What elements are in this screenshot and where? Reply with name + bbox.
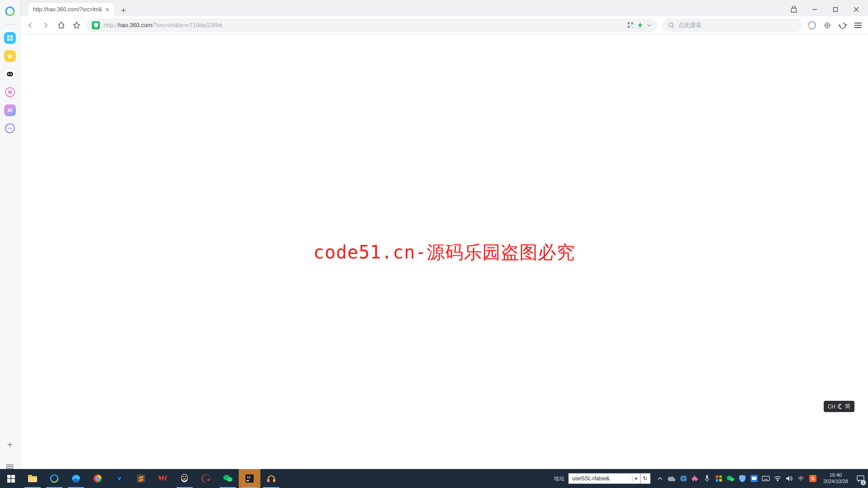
main-menu-button[interactable] — [853, 20, 863, 31]
svg-rect-3 — [10, 35, 13, 38]
tray-todesk-icon[interactable] — [748, 469, 760, 488]
browser-side-rail: N AI ＋ — [0, 0, 20, 480]
tray-sogou-icon[interactable]: S — [807, 469, 819, 488]
tray-volume-icon[interactable] — [783, 469, 795, 488]
taskbar-qq[interactable] — [174, 469, 195, 488]
taskbar-clock[interactable]: 16:40 2024/10/28 — [819, 472, 853, 485]
new-tab-button[interactable]: ＋ — [117, 4, 130, 16]
svg-point-77 — [730, 478, 734, 481]
taskbar-wps[interactable] — [152, 469, 174, 488]
chevron-down-icon[interactable]: ▾ — [632, 475, 640, 482]
taskbar-intellij[interactable]: IJ — [239, 469, 260, 488]
tray-mic-icon[interactable] — [701, 469, 713, 488]
notification-badge: 1 — [861, 480, 866, 485]
taskbar-file-explorer[interactable] — [22, 469, 43, 488]
url-host: hao.360.com — [118, 22, 152, 28]
taskbar-red-swirl[interactable] — [195, 469, 217, 488]
start-button[interactable] — [0, 469, 22, 488]
svg-rect-44 — [11, 479, 15, 483]
back-button[interactable] — [25, 20, 36, 31]
lightning-icon[interactable] — [637, 22, 643, 28]
undo-dropdown-button[interactable] — [837, 20, 848, 31]
taskbar-edge[interactable] — [65, 469, 87, 488]
rail-app-1-icon[interactable] — [4, 32, 16, 44]
minimize-button[interactable] — [807, 3, 823, 16]
svg-point-12 — [8, 128, 9, 129]
svg-rect-69 — [274, 479, 275, 482]
taskbar-360-browser[interactable] — [43, 469, 65, 488]
svg-rect-66 — [246, 480, 249, 481]
statusbar-combo[interactable]: useSSL=false& ▾ — [568, 473, 641, 484]
svg-text:N: N — [8, 90, 11, 95]
favorite-button[interactable] — [71, 20, 82, 31]
svg-rect-80 — [762, 476, 769, 481]
tab-close-icon[interactable]: ✕ — [105, 6, 110, 13]
tray-expand-icon[interactable] — [654, 469, 666, 488]
tray-ms-store-icon[interactable] — [713, 469, 725, 488]
svg-text:V: V — [118, 476, 121, 481]
tray-wifi-icon[interactable] — [772, 469, 783, 488]
ime-indicator[interactable]: CH 简 — [824, 401, 854, 412]
rail-app-chat-icon[interactable] — [4, 122, 16, 134]
svg-text:S: S — [811, 476, 814, 481]
tray-puzzle-icon[interactable] — [689, 469, 701, 488]
svg-point-60 — [183, 479, 186, 480]
svg-point-30 — [669, 23, 673, 27]
rail-add-icon[interactable]: ＋ — [4, 438, 16, 450]
statusbar-address-label: 地址 — [550, 475, 568, 483]
security-shield-icon — [92, 21, 100, 29]
qrcode-icon[interactable] — [627, 22, 634, 28]
taskbar-chrome[interactable] — [87, 469, 108, 488]
svg-rect-72 — [716, 475, 718, 478]
taskbar-sublime[interactable] — [130, 469, 152, 488]
search-placeholder: 点此搜索 — [678, 21, 702, 29]
svg-rect-43 — [7, 479, 11, 483]
svg-rect-79 — [752, 477, 756, 480]
svg-rect-25 — [627, 22, 630, 24]
svg-rect-68 — [268, 479, 269, 482]
svg-point-19 — [6, 466, 7, 467]
home-button[interactable] — [56, 20, 66, 31]
rail-app-robot-icon[interactable] — [4, 68, 16, 80]
page-viewport: code51.cn-源码乐园盗图必究 CH 简 — [20, 34, 868, 480]
svg-rect-71 — [706, 475, 708, 479]
tray-shield-icon[interactable] — [736, 469, 748, 488]
settings-gear-icon[interactable] — [822, 20, 833, 31]
browser-logo-icon[interactable] — [4, 5, 16, 17]
tray-keyboard-icon[interactable] — [760, 469, 772, 488]
action-center-button[interactable]: 1 — [853, 469, 868, 488]
svg-point-36 — [826, 24, 828, 26]
forward-button[interactable] — [40, 20, 51, 31]
tray-ime-lang[interactable]: 中 — [795, 469, 807, 488]
svg-point-14 — [11, 128, 12, 129]
taskbar-headphones[interactable] — [260, 469, 282, 488]
svg-rect-26 — [631, 22, 633, 24]
taskbar-v-app[interactable]: V — [108, 469, 130, 488]
svg-point-13 — [9, 128, 10, 129]
extension-color-icon[interactable] — [807, 20, 817, 31]
page-watermark-text: code51.cn-源码乐园盗图必究 — [313, 240, 575, 265]
tab-strip: http://hao.360.com/?src=lm& ✕ ＋ — [20, 0, 868, 16]
windows-taskbar: V IJ 地址 useSSL=false& ▾ ↻ — [0, 469, 868, 488]
maximize-button[interactable] — [827, 3, 844, 16]
svg-rect-89 — [857, 476, 864, 480]
moon-icon — [838, 404, 843, 409]
clock-date: 2024/10/28 — [823, 479, 848, 485]
addr-dropdown-icon[interactable] — [646, 23, 652, 28]
ime-lang: CH — [828, 404, 835, 410]
address-bar[interactable]: http://hao.360.com/?src=lm&ls=n710da3289… — [86, 19, 657, 32]
rail-app-star-icon[interactable] — [4, 50, 16, 62]
tab-active[interactable]: http://hao.360.com/?src=lm& ✕ — [28, 3, 114, 16]
wardrobe-icon[interactable] — [786, 3, 802, 16]
tray-wechat-icon[interactable] — [725, 469, 736, 488]
taskbar-wechat[interactable] — [217, 469, 239, 488]
tray-onedrive-icon[interactable] — [666, 469, 678, 488]
search-box[interactable]: 点此搜索 — [662, 19, 802, 32]
rail-app-ai-icon[interactable]: AI — [4, 104, 16, 116]
svg-point-63 — [225, 477, 226, 478]
close-window-button[interactable] — [848, 3, 864, 16]
tray-globe-icon[interactable] — [678, 469, 689, 488]
svg-rect-41 — [7, 475, 11, 479]
rail-app-n-icon[interactable]: N — [4, 86, 16, 98]
statusbar-refresh-button[interactable]: ↻ — [641, 473, 651, 484]
